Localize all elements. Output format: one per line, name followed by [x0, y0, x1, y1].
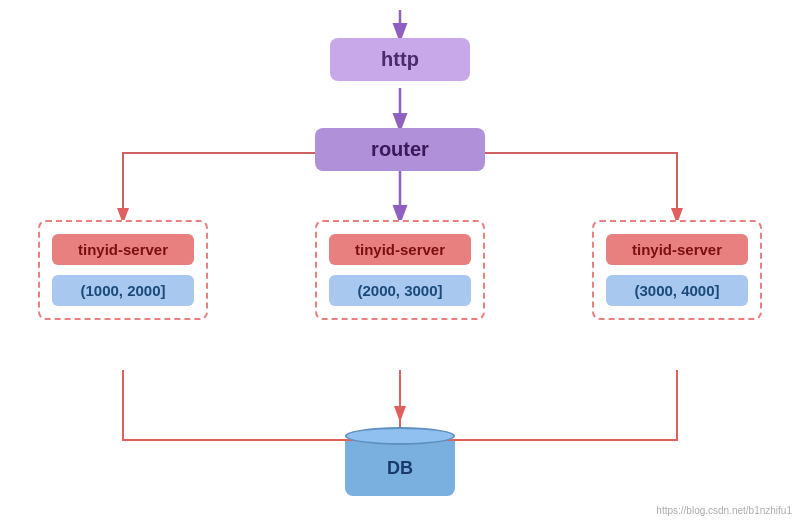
http-node: http	[330, 38, 470, 81]
server-left-range: (1000, 2000]	[52, 275, 194, 306]
http-label: http	[381, 48, 419, 70]
server-center-range: (2000, 3000]	[329, 275, 471, 306]
server-right-label: tinyid-server	[606, 234, 748, 265]
db-top	[345, 427, 455, 445]
server-left-container: tinyid-server (1000, 2000]	[38, 220, 208, 320]
router-node: router	[315, 128, 485, 171]
db-node: DB	[345, 427, 455, 496]
router-label: router	[371, 138, 429, 160]
server-right-range: (3000, 4000]	[606, 275, 748, 306]
server-center-label: tinyid-server	[329, 234, 471, 265]
diagram: http router tinyid-server (1000, 2000] t…	[0, 0, 800, 524]
server-left-label: tinyid-server	[52, 234, 194, 265]
watermark: https://blog.csdn.net/b1nzhifu1	[656, 505, 792, 516]
db-label: DB	[345, 441, 455, 496]
server-right-container: tinyid-server (3000, 4000]	[592, 220, 762, 320]
server-center-container: tinyid-server (2000, 3000]	[315, 220, 485, 320]
